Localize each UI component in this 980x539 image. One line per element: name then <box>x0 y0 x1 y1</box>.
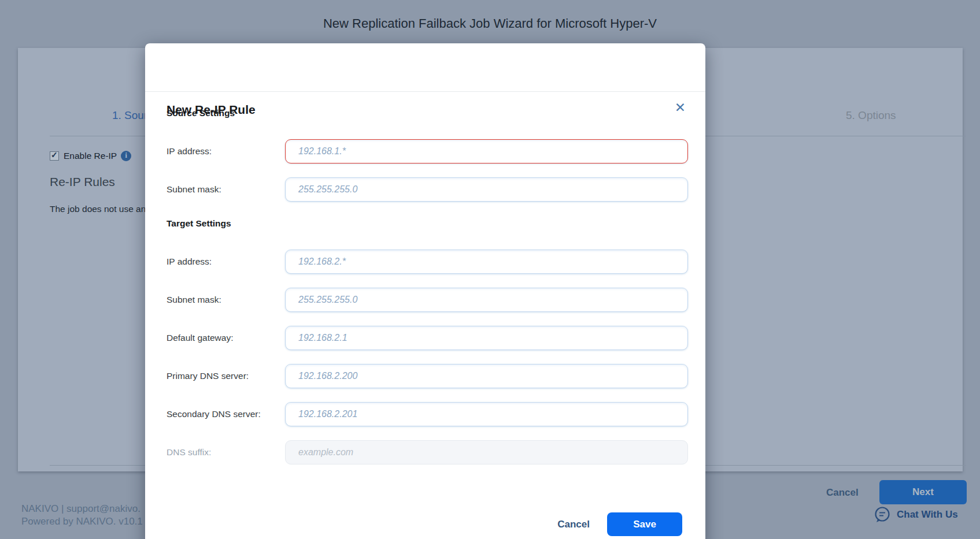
field-label: IP address: <box>167 257 285 267</box>
field-label: Subnet mask: <box>167 184 285 195</box>
field-row: Primary DNS server: <box>167 364 688 388</box>
field-label: Subnet mask: <box>167 295 285 305</box>
modal-footer: Cancel Save <box>557 512 682 536</box>
page-title: New Replication Failback Job Wizard for … <box>0 16 980 31</box>
tab-options[interactable]: 5. Options <box>846 109 896 122</box>
source-ip-address-input[interactable] <box>285 139 688 163</box>
checkmark-icon: ✓ <box>51 150 58 159</box>
field-label: Primary DNS server: <box>167 371 285 381</box>
wizard-cancel-button[interactable]: Cancel <box>826 487 859 499</box>
footer-version-text: Powered by NAKIVO. v10.1 <box>21 516 143 527</box>
rules-empty-text: The job does not use any <box>50 204 150 214</box>
target-subnet-mask-input[interactable] <box>285 288 688 312</box>
target-primary-dns-server-input[interactable] <box>285 364 688 388</box>
field-row: IP address: <box>167 139 688 163</box>
source-subnet-mask-input[interactable] <box>285 177 688 202</box>
new-reip-rule-modal: New Re-IP Rule ✕ Source SettingsIP addre… <box>145 43 705 539</box>
reip-rules-heading: Re-IP Rules <box>50 175 115 189</box>
chat-with-us-button[interactable]: Chat With Us <box>874 506 958 523</box>
field-label: Default gateway: <box>167 333 285 343</box>
field-label: DNS suffix: <box>167 447 285 458</box>
field-row: Subnet mask: <box>167 177 688 202</box>
modal-body: Source SettingsIP address:Subnet mask:Ta… <box>145 91 705 478</box>
field-row: Default gateway: <box>167 326 688 350</box>
field-row: DNS suffix: <box>167 440 688 464</box>
chat-with-us-label: Chat With Us <box>897 509 958 521</box>
field-label: IP address: <box>167 146 285 157</box>
modal-cancel-button[interactable]: Cancel <box>557 519 590 530</box>
field-label: Secondary DNS server: <box>167 409 285 419</box>
target-secondary-dns-server-input[interactable] <box>285 402 688 426</box>
target-ip-address-input[interactable] <box>285 250 688 274</box>
wizard-next-button[interactable]: Next <box>879 480 967 504</box>
field-row: Subnet mask: <box>167 288 688 312</box>
footer-support-text: NAKIVO | support@nakivo. <box>21 503 140 515</box>
target-default-gateway-input[interactable] <box>285 326 688 350</box>
modal-save-button[interactable]: Save <box>607 512 682 536</box>
enable-reip-label: Enable Re-IP <box>64 151 117 161</box>
field-row: IP address: <box>167 250 688 274</box>
chat-icon <box>874 506 891 523</box>
field-row: Secondary DNS server: <box>167 402 688 426</box>
target-dns-suffix-input <box>285 440 688 464</box>
enable-reip-row: ✓ Enable Re-IP <box>50 151 131 161</box>
info-icon[interactable] <box>121 151 131 161</box>
section-heading: Source Settings <box>167 108 688 120</box>
section-heading: Target Settings <box>167 218 688 230</box>
enable-reip-checkbox[interactable]: ✓ <box>50 151 59 161</box>
